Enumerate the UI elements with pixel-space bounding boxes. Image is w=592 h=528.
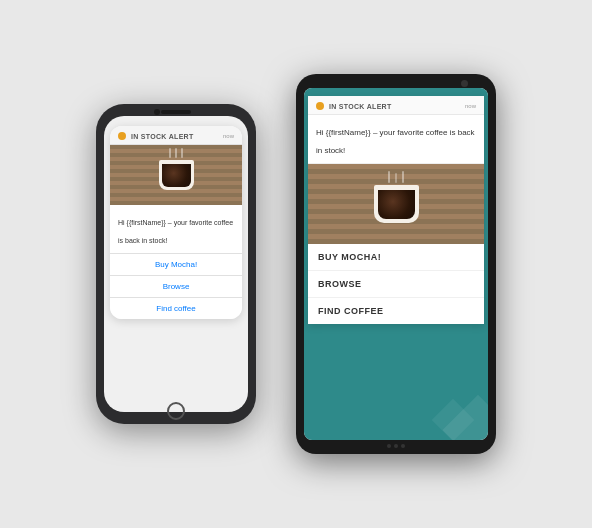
android-notif-header: IN STOCK ALERT now	[308, 96, 484, 115]
ios-notif-dot	[118, 132, 126, 140]
android-notif-time: now	[465, 103, 476, 109]
ios-notif-header: IN STOCK ALERT now	[110, 126, 242, 145]
ios-action-2[interactable]: Browse	[110, 276, 242, 298]
iphone-camera	[154, 109, 160, 115]
ios-action-1[interactable]: Buy Mocha!	[110, 254, 242, 276]
speaker-dot-3	[401, 444, 405, 448]
android-notif-title: IN STOCK ALERT	[329, 103, 465, 110]
steam-line-1	[169, 148, 171, 158]
ios-notif-message: Hi {{firstName}} – your favorite coffee …	[118, 219, 233, 244]
android-notification[interactable]: IN STOCK ALERT now Hi {{firstName}} – yo…	[308, 96, 484, 324]
android-notif-actions: BUY MOCHA! BROWSE FIND COFFEE	[308, 244, 484, 324]
steam-line-3	[181, 148, 183, 158]
iphone-device: IN STOCK ALERT now	[96, 104, 256, 424]
coffee-liquid	[162, 164, 191, 187]
ios-action-3[interactable]: Find coffee	[110, 298, 242, 319]
ios-notif-image	[110, 145, 242, 205]
iphone-home-button[interactable]	[167, 402, 185, 420]
android-action-3[interactable]: FIND COFFEE	[308, 298, 484, 324]
coffee-visual	[110, 145, 242, 205]
android-screen: IN STOCK ALERT now Hi {{firstName}} – yo…	[304, 88, 488, 440]
android-bg-pattern	[408, 380, 488, 440]
iphone-speaker	[161, 110, 191, 114]
speaker-dot-1	[387, 444, 391, 448]
coffee-cup	[159, 160, 194, 190]
coffee-steam	[169, 148, 183, 158]
speaker-dot-2	[394, 444, 398, 448]
android-notif-message: Hi {{firstName}} – your favorite coffee …	[316, 128, 475, 155]
iphone-screen: IN STOCK ALERT now	[104, 116, 248, 412]
android-action-2[interactable]: BROWSE	[308, 271, 484, 298]
android-action-1[interactable]: BUY MOCHA!	[308, 244, 484, 271]
ios-notification[interactable]: IN STOCK ALERT now	[110, 126, 242, 319]
android-camera	[461, 80, 468, 87]
ios-notif-actions: Buy Mocha! Browse Find coffee	[110, 253, 242, 319]
ios-notif-title: IN STOCK ALERT	[131, 133, 223, 140]
android-notif-image	[308, 164, 484, 244]
android-device: IN STOCK ALERT now Hi {{firstName}} – yo…	[296, 74, 496, 454]
android-speaker	[387, 444, 405, 448]
ios-notif-body: Hi {{firstName}} – your favorite coffee …	[110, 205, 242, 253]
ios-notif-time: now	[223, 133, 234, 139]
steam-line-2	[175, 148, 177, 158]
android-notif-dot	[316, 102, 324, 110]
